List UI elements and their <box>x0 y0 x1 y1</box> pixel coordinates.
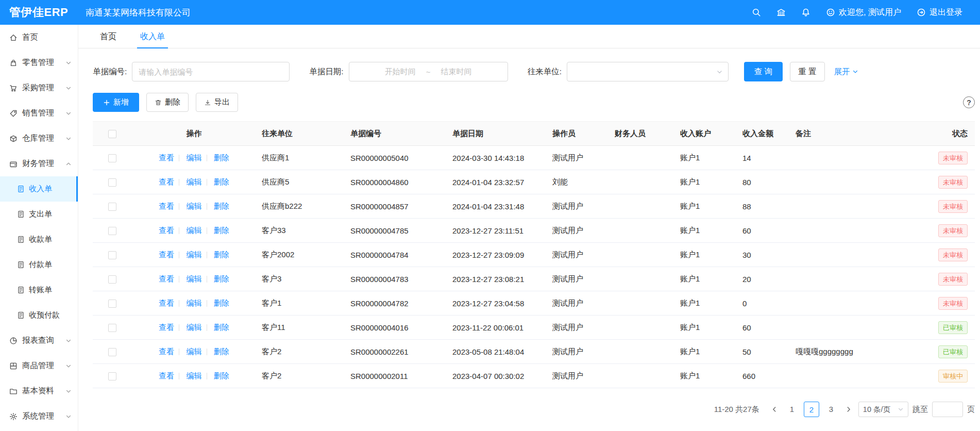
delete-link[interactable]: 删除 <box>214 177 229 186</box>
submenu-item-receipt[interactable]: 收款单 <box>0 227 78 252</box>
edit-link[interactable]: 编辑 <box>187 153 202 162</box>
sidebar-item-system[interactable]: 系统管理 <box>0 404 78 429</box>
search-icon[interactable] <box>752 8 761 17</box>
partner-label: 往来单位: <box>528 67 562 77</box>
view-link[interactable]: 查看 <box>159 177 174 186</box>
bell-icon[interactable] <box>801 8 810 17</box>
logout-button[interactable]: 退出登录 <box>917 7 962 18</box>
bill-no-input[interactable] <box>132 62 290 81</box>
delete-link[interactable]: 删除 <box>214 323 229 331</box>
submenu-item-label: 收入单 <box>29 184 52 194</box>
view-link[interactable]: 查看 <box>159 371 174 380</box>
edit-link[interactable]: 编辑 <box>187 202 202 210</box>
sidebar-item-label: 采购管理 <box>22 82 54 93</box>
edit-link[interactable]: 编辑 <box>187 347 202 356</box>
view-link[interactable]: 查看 <box>159 250 174 259</box>
submenu-item-expense[interactable]: 支出单 <box>0 202 78 227</box>
submenu-item-income[interactable]: 收入单 <box>0 176 78 202</box>
sidebar-item-goods[interactable]: 商品管理 <box>0 353 78 378</box>
edit-link[interactable]: 编辑 <box>187 226 202 235</box>
search-button[interactable]: 查 询 <box>744 62 783 81</box>
export-button[interactable]: 导出 <box>196 93 238 112</box>
view-link[interactable]: 查看 <box>159 153 174 162</box>
row-checkbox[interactable] <box>108 178 116 187</box>
add-button[interactable]: 新增 <box>93 93 139 112</box>
delete-link[interactable]: 删除 <box>214 250 229 259</box>
row-checkbox[interactable] <box>108 203 116 211</box>
view-link[interactable]: 查看 <box>159 347 174 356</box>
row-checkbox[interactable] <box>108 372 116 380</box>
row-checkbox[interactable] <box>108 300 116 308</box>
income-table: 操作 往来单位 单据编号 单据日期 操作员 财务人员 收入账户 收入金额 备注 … <box>93 121 975 388</box>
row-checkbox[interactable] <box>108 154 116 162</box>
sidebar-item-sales[interactable]: 销售管理 <box>0 101 78 126</box>
partner-select[interactable] <box>567 62 729 81</box>
page-number-3[interactable]: 3 <box>823 402 839 417</box>
row-checkbox[interactable] <box>108 227 116 235</box>
edit-link[interactable]: 编辑 <box>187 371 202 380</box>
sidebar-item-label: 商品管理 <box>22 360 54 371</box>
edit-link[interactable]: 编辑 <box>187 250 202 259</box>
view-link[interactable]: 查看 <box>159 299 174 307</box>
reset-button[interactable]: 重 置 <box>790 62 824 81</box>
delete-button[interactable]: 删除 <box>146 93 189 112</box>
view-link[interactable]: 查看 <box>159 323 174 331</box>
bill-date-cell: 2024-01-04 23:32:57 <box>447 170 547 194</box>
submenu-item-payment[interactable]: 付款单 <box>0 252 78 277</box>
tab-home[interactable]: 首页 <box>97 25 120 48</box>
col-header-bill-date: 单据日期 <box>447 122 547 146</box>
delete-link[interactable]: 删除 <box>214 226 229 235</box>
delete-link[interactable]: 删除 <box>214 371 229 380</box>
tab-income[interactable]: 收入单 <box>137 25 168 48</box>
row-checkbox[interactable] <box>108 348 116 356</box>
page-size-select[interactable]: 10 条/页 <box>858 402 908 417</box>
welcome-user[interactable]: 欢迎您, 测试用户 <box>826 7 901 18</box>
delete-link[interactable]: 删除 <box>214 299 229 307</box>
account-cell: 账户1 <box>675 170 737 194</box>
submenu-item-transfer[interactable]: 转账单 <box>0 277 78 303</box>
operator-cell: 测试用户 <box>547 267 610 291</box>
view-link[interactable]: 查看 <box>159 202 174 210</box>
sidebar-item-retail[interactable]: 零售管理 <box>0 50 78 75</box>
help-icon[interactable]: ? <box>963 96 975 108</box>
bill-no-cell: SR00000002011 <box>345 364 447 388</box>
edit-link[interactable]: 编辑 <box>187 323 202 331</box>
edit-link[interactable]: 编辑 <box>187 177 202 186</box>
date-range-picker[interactable]: 开始时间 ~ 结束时间 <box>349 62 508 81</box>
view-link[interactable]: 查看 <box>159 226 174 235</box>
status-badge: 未审核 <box>938 176 968 189</box>
delete-link[interactable]: 删除 <box>214 347 229 356</box>
table-row: 查看 编辑 删除 供应商1 SR00000005040 2024-03-30 1… <box>93 146 975 170</box>
delete-link[interactable]: 删除 <box>214 274 229 283</box>
next-page-button[interactable] <box>843 406 854 413</box>
submenu-item-advance[interactable]: 收预付款 <box>0 303 78 328</box>
divider <box>179 252 179 258</box>
view-link[interactable]: 查看 <box>159 274 174 283</box>
edit-link[interactable]: 编辑 <box>187 274 202 283</box>
select-all-checkbox[interactable] <box>108 130 116 138</box>
delete-link[interactable]: 删除 <box>214 202 229 210</box>
sidebar-item-warehouse[interactable]: 仓库管理 <box>0 126 78 151</box>
bill-date-cell: 2023-12-27 23:09:09 <box>447 243 547 267</box>
bill-date-cell: 2023-11-22 00:06:01 <box>447 316 547 340</box>
sidebar-item-purchase[interactable]: 采购管理 <box>0 75 78 101</box>
jump-page-input[interactable] <box>932 402 963 417</box>
expand-link[interactable]: 展开 <box>834 67 858 77</box>
page-number-2-current[interactable]: 2 <box>804 402 819 417</box>
edit-link[interactable]: 编辑 <box>187 299 202 307</box>
sidebar-item-finance[interactable]: 财务管理 <box>0 151 78 176</box>
remark-cell <box>790 316 900 340</box>
delete-link[interactable]: 删除 <box>214 153 229 162</box>
sidebar-item-home[interactable]: 首页 <box>0 25 78 50</box>
bank-icon[interactable] <box>776 8 786 17</box>
finance-cell <box>610 146 675 170</box>
row-checkbox[interactable] <box>108 251 116 259</box>
prev-page-button[interactable] <box>769 406 780 413</box>
sidebar-item-basedata[interactable]: 基本资料 <box>0 378 78 404</box>
row-checkbox[interactable] <box>108 275 116 284</box>
row-checkbox[interactable] <box>108 324 116 332</box>
actions-cell: 查看 编辑 删除 <box>131 194 257 219</box>
page-number-1[interactable]: 1 <box>784 402 800 417</box>
sidebar-item-reports[interactable]: 报表查询 <box>0 328 78 353</box>
remark-cell <box>790 170 900 194</box>
